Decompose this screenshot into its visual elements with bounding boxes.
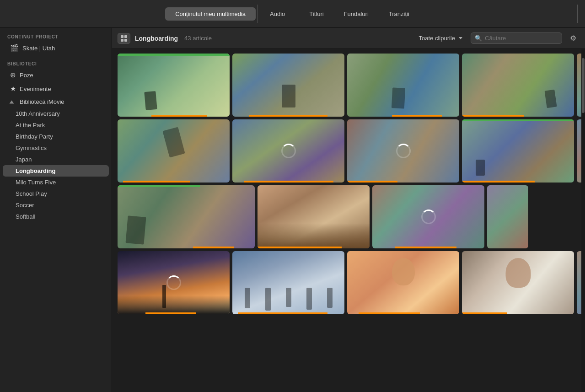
sidebar-item-soccer[interactable]: Soccer (3, 199, 109, 211)
video-thumb[interactable] (258, 185, 370, 248)
video-row-2 (118, 119, 576, 183)
video-thumb[interactable] (232, 54, 344, 117)
tab-my-media[interactable]: Conținutul meu multimedia (165, 7, 256, 21)
loading-badge (421, 209, 436, 224)
content-toolbar: Longboarding 43 articole Toate clipurile… (112, 28, 585, 49)
loading-badge (396, 144, 411, 158)
video-row-1 (118, 54, 576, 117)
tab-titles[interactable]: Titluri (299, 7, 333, 21)
tab-audio[interactable]: Audio (260, 7, 295, 21)
video-thumb[interactable] (118, 54, 230, 117)
tab-backgrounds[interactable]: Fundaluri (334, 7, 379, 21)
libraries-section-title: BIBLIOTECI (0, 55, 112, 68)
video-thumb[interactable] (577, 119, 581, 183)
video-row-4 (118, 251, 576, 314)
project-section-title: CONȚINUT PROIECT (0, 28, 112, 41)
filter-label: Toate clipurile (419, 35, 456, 42)
content-title: Longboarding (135, 35, 178, 42)
video-thumb[interactable] (118, 119, 230, 183)
sidebar-item-10th-anniversary[interactable]: 10th Anniversary (3, 108, 109, 119)
triangle-icon (10, 100, 14, 103)
video-thumb[interactable] (232, 251, 344, 314)
grid-icon (121, 35, 127, 42)
at-the-park-label: At the Park (16, 122, 45, 129)
sidebar-item-birthday-party[interactable]: Birthday Party (3, 131, 109, 142)
search-input[interactable] (485, 35, 558, 42)
nav-tabs: Conținutul meu multimedia Audio Titluri … (165, 5, 419, 23)
sidebar: CONȚINUT PROIECT 🎬 Skate | Utah BIBLIOTE… (0, 28, 112, 392)
scroll-thumb[interactable] (582, 58, 585, 113)
evenimente-label: Evenimente (20, 86, 51, 92)
video-thumb[interactable] (347, 54, 459, 117)
milo-turns-five-label: Milo Turns Five (16, 179, 56, 186)
sidebar-item-poze[interactable]: ⊕ Poze (3, 68, 109, 82)
project-label: Skate | Utah (22, 45, 55, 52)
grid-view-button[interactable] (118, 33, 130, 44)
video-thumb[interactable] (577, 251, 581, 314)
sidebar-item-imovie-library[interactable]: Bibliotecă iMovie (3, 96, 109, 108)
video-thumb[interactable] (577, 54, 581, 117)
search-icon: 🔍 (475, 35, 482, 42)
japan-label: Japan (16, 156, 32, 163)
video-thumb[interactable] (118, 251, 230, 314)
search-box[interactable]: 🔍 (471, 32, 562, 44)
sidebar-item-project[interactable]: 🎬 Skate | Utah (3, 41, 109, 55)
gear-button[interactable]: ⚙ (567, 32, 580, 45)
chevron-down-icon (459, 37, 462, 39)
content-area: Longboarding 43 articole Toate clipurile… (112, 28, 585, 392)
video-thumb[interactable] (462, 119, 574, 183)
sidebar-item-evenimente[interactable]: ★ Evenimente (3, 82, 109, 96)
softball-label: Softball (16, 213, 35, 220)
gear-icon: ⚙ (570, 34, 576, 43)
photos-icon: ⊕ (10, 71, 16, 79)
video-grid (112, 49, 581, 392)
soccer-label: Soccer (16, 202, 34, 209)
school-play-label: School Play (16, 190, 47, 197)
sidebar-item-at-the-park[interactable]: At the Park (3, 119, 109, 131)
video-thumb[interactable] (232, 119, 344, 183)
loading-badge (166, 275, 181, 290)
loading-badge (281, 144, 296, 158)
divider-1 (258, 5, 258, 23)
sidebar-item-milo-turns-five[interactable]: Milo Turns Five (3, 177, 109, 188)
video-thumb[interactable] (347, 251, 459, 314)
video-thumb[interactable] (462, 54, 574, 117)
main-layout: CONȚINUT PROIECT 🎬 Skate | Utah BIBLIOTE… (0, 28, 585, 392)
content-count: 43 articole (184, 35, 212, 42)
video-thumb[interactable] (118, 185, 255, 248)
video-thumb[interactable] (487, 185, 528, 248)
top-bar: Conținutul meu multimedia Audio Titluri … (0, 0, 585, 28)
sidebar-item-softball[interactable]: Softball (3, 211, 109, 222)
filter-dropdown[interactable]: Toate clipurile (415, 33, 467, 43)
scroll-track[interactable] (581, 49, 585, 392)
poze-label: Poze (20, 72, 33, 79)
film-icon: 🎬 (10, 44, 19, 52)
video-thumb[interactable] (347, 119, 459, 183)
video-row-3 (118, 185, 576, 248)
longboarding-label: Longboarding (16, 167, 55, 174)
sidebar-item-japan[interactable]: Japan (3, 154, 109, 165)
tab-transitions[interactable]: Tranziții (379, 7, 419, 21)
video-thumb[interactable] (372, 185, 484, 248)
imovie-library-label: Bibliotecă iMovie (20, 98, 64, 105)
right-divider (577, 5, 578, 23)
10th-anniversary-label: 10th Anniversary (16, 110, 60, 117)
sidebar-item-school-play[interactable]: School Play (3, 188, 109, 199)
sidebar-item-longboarding[interactable]: Longboarding (3, 165, 109, 177)
birthday-party-label: Birthday Party (16, 133, 53, 140)
video-thumb[interactable] (462, 251, 574, 314)
sidebar-item-gymnastics[interactable]: Gymnastics (3, 142, 109, 154)
events-icon: ★ (10, 85, 16, 93)
gymnastics-label: Gymnastics (16, 145, 47, 151)
